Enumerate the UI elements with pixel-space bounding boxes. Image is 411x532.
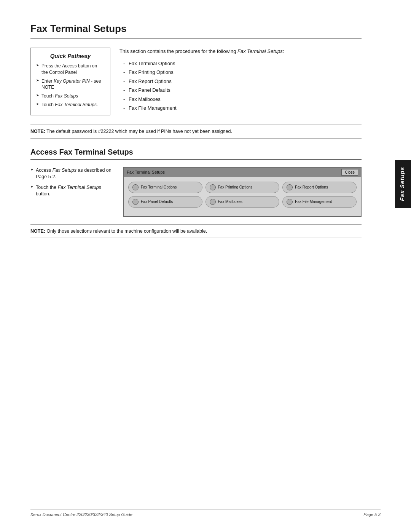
footer-right: Page 5-3	[363, 512, 381, 517]
screen-btn-2-circle	[210, 184, 216, 190]
screen-buttons-grid: Fax Terminal Options Fax Printing Option…	[124, 177, 361, 212]
desc-item-6: Fax File Management	[123, 104, 362, 113]
access-section: Access Fax Setups as described on Page 5…	[30, 167, 362, 217]
left-margin-line	[21, 0, 21, 532]
screen-btn-6-circle	[287, 199, 293, 205]
desc-item-4: Fax Panel Defaults	[123, 86, 362, 95]
description-list: Fax Terminal Options Fax Printing Option…	[123, 59, 362, 113]
screen-btn-1[interactable]: Fax Terminal Options	[128, 182, 202, 193]
description-italic: Fax Terminal Setups	[237, 48, 283, 54]
note2-text: Only those selections relevant to the ma…	[46, 228, 207, 234]
page-footer: Xerox Document Centre 220/230/332/340 Se…	[30, 510, 381, 517]
pathway-item-1-italic: Access	[62, 63, 77, 69]
quick-pathway-title: Quick Pathway	[36, 53, 105, 59]
quick-pathway-list: Press the Access button on the Control P…	[36, 63, 105, 108]
pathway-item-3-italic: Fax Setups	[55, 93, 78, 99]
screen-btn-2[interactable]: Fax Printing Options	[206, 182, 280, 193]
note2-box: NOTE: Only those selections relevant to …	[30, 224, 362, 238]
screen-btn-4[interactable]: Fax Panel Defaults	[128, 196, 202, 208]
screen-btn-3[interactable]: Fax Report Options	[282, 182, 357, 193]
top-section: Quick Pathway Press the Access button on…	[30, 48, 362, 115]
screen-titlebar-label: Fax Terminal Setups	[127, 170, 165, 174]
desc-item-1: Fax Terminal Options	[123, 59, 362, 68]
section2-heading: Access Fax Terminal Setups	[30, 148, 362, 160]
page-container: Fax Setups Fax Terminal Setups Quick Pat…	[0, 0, 411, 532]
side-tab: Fax Setups	[395, 160, 411, 208]
access-steps: Access Fax Setups as described on Page 5…	[30, 167, 114, 217]
quick-pathway-box: Quick Pathway Press the Access button on…	[30, 48, 110, 115]
note2-label: NOTE:	[30, 228, 45, 234]
pathway-item-3: Touch Fax Setups	[36, 93, 105, 99]
pathway-item-4-italic: Fax Terminal Setups	[55, 102, 97, 107]
access-step-1: Access Fax Setups as described on Page 5…	[30, 167, 114, 181]
screen-btn-5-label: Fax Mailboxes	[218, 200, 242, 204]
screen-titlebar: Fax Terminal Setups Close	[124, 168, 361, 177]
page-title: Fax Terminal Setups	[30, 23, 362, 38]
screen-btn-1-label: Fax Terminal Options	[141, 185, 177, 189]
note1-label: NOTE:	[30, 129, 45, 134]
pathway-item-1: Press the Access button on the Control P…	[36, 63, 105, 76]
note1-box: NOTE: The default password is #22222 whi…	[30, 125, 362, 139]
desc-item-5: Fax Mailboxes	[123, 95, 362, 104]
screen-btn-1-circle	[132, 184, 139, 190]
right-margin-line	[390, 0, 390, 532]
main-content: Fax Terminal Setups Quick Pathway Press …	[30, 23, 362, 238]
note1-text: The default password is #22222 which may…	[46, 129, 232, 134]
screen-btn-3-label: Fax Report Options	[295, 185, 328, 189]
desc-item-2: Fax Printing Options	[123, 68, 362, 77]
pathway-item-2: Enter Key Operator PIN - see NOTE	[36, 78, 105, 91]
screen-btn-6[interactable]: Fax File Management	[282, 196, 357, 208]
description-intro: This section contains the procedures for…	[119, 48, 362, 55]
description-area: This section contains the procedures for…	[119, 48, 362, 115]
screen-close-button[interactable]: Close	[341, 169, 358, 176]
footer-left: Xerox Document Centre 220/230/332/340 Se…	[30, 512, 132, 517]
screen-btn-5-circle	[210, 199, 216, 205]
screen-btn-6-label: Fax File Management	[295, 200, 332, 204]
screen-mockup: Fax Terminal Setups Close Fax Terminal O…	[123, 167, 362, 217]
access-step-1-italic: Fax Setups	[53, 168, 76, 173]
screen-btn-5[interactable]: Fax Mailboxes	[206, 196, 280, 208]
access-step-2: Touch the Fax Terminal Setups button.	[30, 184, 114, 198]
pathway-item-2-italic: Key Operator PIN	[54, 78, 90, 84]
screen-btn-4-circle	[132, 199, 139, 205]
screen-btn-3-circle	[287, 184, 293, 190]
access-steps-list: Access Fax Setups as described on Page 5…	[30, 167, 114, 198]
pathway-item-4: Touch Fax Terminal Setups.	[36, 102, 105, 108]
desc-item-3: Fax Report Options	[123, 77, 362, 86]
access-step-2-italic: Fax Terminal Setups	[58, 185, 101, 190]
screen-btn-2-label: Fax Printing Options	[218, 185, 253, 189]
screen-btn-4-label: Fax Panel Defaults	[141, 200, 173, 204]
